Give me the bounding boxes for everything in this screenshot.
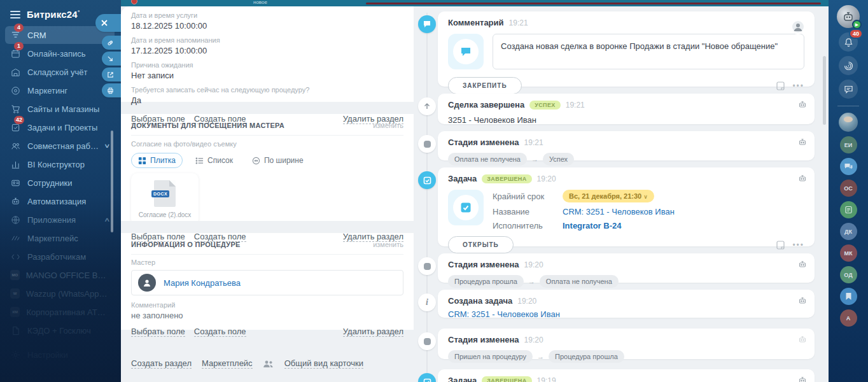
sidebar-item-corporate-ats[interactable]: КМ Корпоративная АТС ...	[5, 303, 115, 321]
timeline-card-task[interactable]: Задача ЗАВЕРШЕНА 19:20 Крайний срок Вс, …	[438, 167, 815, 246]
task-name-link[interactable]: CRM: 3251 - Человеков Иван	[563, 207, 675, 216]
chevron-up-icon: ∧	[104, 216, 111, 223]
timeline-connector-line	[426, 13, 428, 382]
note-icon[interactable]	[776, 241, 785, 250]
timeline-vertical-scrollbar[interactable]	[823, 56, 826, 125]
select-field-link[interactable]: Выбрать поле	[131, 327, 185, 337]
fit-width-icon	[252, 157, 260, 165]
arrow-right-icon: →	[531, 155, 538, 163]
sidebar-item-sites[interactable]: Сайты и Магазины	[5, 100, 115, 118]
sidebar-item-online-booking[interactable]: Онлайн-запись 1	[5, 45, 115, 62]
more-menu-icon[interactable]: •••	[792, 81, 804, 90]
sidebar-item-employees[interactable]: Сотрудники	[5, 174, 115, 192]
marketplace-link[interactable]: Маркетплейс	[202, 358, 253, 369]
timeline-card-deal-completed[interactable]: Сделка завершена УСПЕХ 19:21 3251 - Чело…	[438, 94, 815, 124]
chat-user-photo[interactable]	[839, 113, 858, 132]
arrow-right-icon: →	[528, 278, 535, 285]
wazzup-app-icon: W	[10, 288, 20, 299]
menu-hamburger-icon[interactable]	[10, 11, 20, 18]
file-tile-docx[interactable]: DOCX Согласие (2).docx	[131, 173, 199, 225]
chat-avatar-ei[interactable]: ЕИ	[840, 136, 857, 153]
sidebar-item-warehouse[interactable]: Складской учёт	[5, 63, 115, 81]
timeline-card-task-created[interactable]: Создана задача 19:20 CRM: 3251 - Человек…	[438, 290, 815, 318]
collapse-button[interactable]	[102, 52, 121, 66]
timeline-card-stage-changed[interactable]: Стадия изменена 19:20 Процедура прошла →…	[438, 253, 815, 283]
sidebar-item-settings[interactable]: Настройки	[5, 346, 115, 364]
edit-section-link[interactable]: изменить	[373, 122, 403, 129]
deadline-pill[interactable]: Вс, 21 декабря, 21:30∨	[563, 190, 654, 202]
timeline-card-task-2[interactable]: Задача ЗАВЕРШЕНА 19:19	[438, 369, 815, 382]
messenger-chat[interactable]	[840, 158, 857, 175]
link-icon	[107, 39, 114, 46]
view-tab-tiles[interactable]: Плитка	[131, 153, 183, 168]
close-panel-button[interactable]	[95, 14, 121, 32]
comment-value[interactable]: не заполнено	[131, 311, 403, 320]
timeline-card-comment[interactable]: Комментарий 19:21 Создана новая сделка в…	[438, 11, 815, 87]
completed-badge: ЗАВЕРШЕНА	[482, 174, 531, 183]
create-field-link[interactable]: Создать поле	[194, 327, 246, 337]
pin-button[interactable]: ЗАКРЕПИТЬ	[448, 77, 522, 94]
assignee-link[interactable]: Integrator B-24	[563, 221, 621, 230]
copy-link-button[interactable]	[102, 36, 121, 50]
timeline-card-stage-changed[interactable]: Стадия изменена 19:21 Оплата не получена…	[438, 131, 815, 160]
automation-robot-icon	[798, 376, 807, 382]
success-badge: УСПЕХ	[529, 101, 561, 110]
sidebar-item-apps[interactable]: Приложения ∧	[5, 211, 115, 229]
chat-avatar-mk[interactable]: МК	[840, 244, 857, 262]
card-general-view-link[interactable]: Общий вид карточки	[284, 358, 363, 369]
view-tab-fullwidth[interactable]: По ширине	[246, 153, 310, 167]
sidebar-item-tasks[interactable]: Задачи и Проекты 42	[5, 118, 115, 136]
tasks-badge: 42	[14, 116, 24, 124]
sidebar-item-mango-office[interactable]: MO MANGO OFFICE Вирт...	[5, 266, 115, 284]
comment-text[interactable]: Создана новая сделка в воронке Продажи в…	[493, 34, 804, 69]
consent-field-label: Согласие на фото/видео съемку	[131, 140, 403, 148]
app-logo[interactable]: Битрикс24°	[27, 9, 80, 20]
sidebar-item-automation[interactable]: Автоматизация	[5, 192, 115, 210]
card-time: 19:20	[517, 297, 536, 306]
sidebar-item-developers[interactable]: Разработчикам	[5, 248, 115, 265]
user-avatar-icon	[138, 274, 156, 292]
stage-from-pill: Пришел на процедуру	[448, 350, 533, 363]
mango-app-icon: MO	[10, 270, 20, 280]
master-name-link[interactable]: Мария Кондратьева	[164, 278, 241, 288]
more-menu-icon[interactable]: •••	[792, 241, 804, 250]
info-node-icon: i	[418, 294, 436, 311]
chat-avatar-a[interactable]: А	[840, 309, 857, 327]
sidebar-item-wazzup[interactable]: W Wazzup (WhatsApp, T...	[5, 285, 115, 302]
edit-section-link[interactable]: изменить	[373, 241, 403, 248]
task-created-link[interactable]: CRM: 3251 - Человеков Иван	[448, 309, 560, 319]
open-new-window-button[interactable]	[102, 67, 121, 81]
create-section-link[interactable]: Создать раздел	[131, 358, 192, 369]
field-value[interactable]: 18.12.2025 10:00:00	[131, 21, 403, 31]
timeline-card-stage-changed[interactable]: Стадия изменена 19:20 Пришел на процедур…	[438, 329, 815, 359]
chat-avatar-od[interactable]: ОД	[840, 266, 857, 283]
sidebar-item-marketplace[interactable]: Маркетплейс	[5, 229, 115, 247]
field-value[interactable]: 17.12.2025 10:00:00	[131, 46, 403, 55]
stage-from-pill: Оплата не получена	[448, 153, 527, 166]
note-icon[interactable]	[776, 81, 785, 90]
notifications-button[interactable]: 40	[839, 32, 858, 52]
warehouse-icon	[10, 67, 21, 78]
sidebar-item-bi[interactable]: BI Конструктор	[5, 155, 115, 173]
field-value[interactable]: Нет записи	[131, 71, 403, 80]
people-icon	[10, 141, 21, 152]
chat-avatar-dk[interactable]: ДК	[840, 223, 857, 240]
task-node-icon	[418, 171, 436, 189]
chat-avatar-os[interactable]: ОС	[840, 180, 857, 197]
sidebar-scrollbar[interactable]	[111, 131, 113, 232]
delete-section-link[interactable]: Удалить раздел	[343, 327, 403, 337]
sidebar-item-kedo[interactable]: КЭДО + Госключ	[5, 322, 115, 339]
history-button[interactable]	[839, 56, 858, 75]
sidebar-item-marketing[interactable]: Маркетинг	[5, 81, 115, 99]
open-task-button[interactable]: ОТКРЫТЬ	[448, 236, 514, 253]
master-field[interactable]: Мария Кондратьева	[131, 270, 403, 295]
print-button[interactable]	[102, 83, 121, 97]
support-chat-button[interactable]	[839, 80, 858, 99]
profile-avatar[interactable]: ▶	[837, 5, 860, 28]
view-tab-list[interactable]: Список	[189, 153, 239, 167]
card-title: Создана задача	[448, 296, 512, 306]
chat-notes[interactable]	[840, 201, 857, 218]
saved-messages[interactable]	[840, 288, 857, 305]
sidebar-item-collaboration[interactable]: Совместная работа ∨	[5, 137, 115, 155]
time-spiral-icon	[844, 61, 853, 71]
